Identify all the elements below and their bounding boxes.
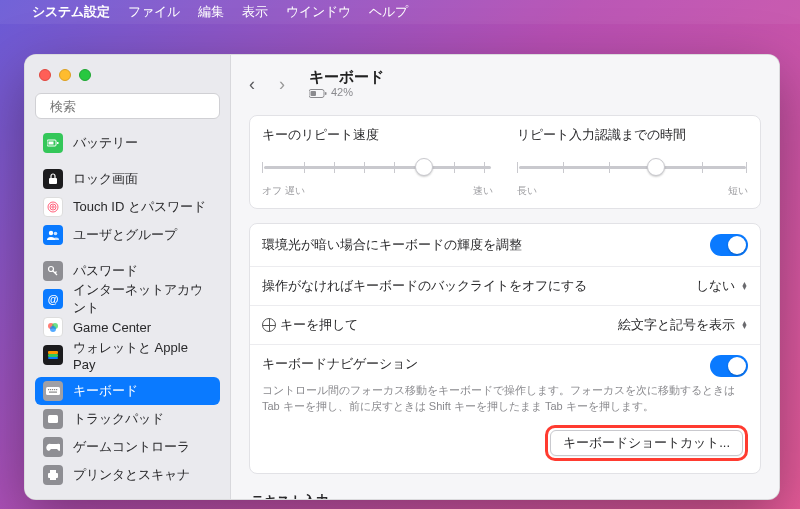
page-title: キーボード [309, 68, 384, 86]
content-header: ‹ › キーボード 42% [231, 55, 779, 105]
battery-status: 42% [309, 86, 384, 99]
svg-rect-28 [48, 415, 58, 423]
sidebar-item-label: ゲームコントローラ [73, 438, 190, 456]
globe-key-select[interactable]: 絵文字と記号を表示 ▲▼ [618, 316, 748, 334]
sidebar-item-label: トラックパッド [73, 410, 164, 428]
backlight-off-select[interactable]: しない ▲▼ [696, 277, 748, 295]
menubar-app-name[interactable]: システム設定 [32, 3, 110, 21]
backlight-off-label: 操作がなければキーボードのバックライトをオフにする [262, 277, 696, 295]
sidebar-item-gamecontroller[interactable]: ゲームコントローラ [35, 433, 220, 461]
sidebar-item-touchid[interactable]: Touch ID とパスワード [35, 193, 220, 221]
svg-rect-31 [50, 477, 56, 480]
sidebar-item-trackpad[interactable]: トラックパッド [35, 405, 220, 433]
chevron-updown-icon: ▲▼ [741, 282, 748, 290]
svg-rect-27 [49, 392, 57, 393]
sidebar-nav: バッテリー ロック画面 Touch ID とパスワード [35, 129, 220, 493]
gamecontroller-icon [43, 437, 63, 457]
sidebar-item-internet-accounts[interactable]: @ インターネットアカウント [35, 285, 220, 313]
svg-point-7 [50, 204, 56, 210]
sidebar-item-label: Game Center [73, 320, 151, 335]
fingerprint-icon [43, 197, 63, 217]
keyboard-nav-toggle[interactable] [710, 355, 748, 377]
minimize-button[interactable] [59, 69, 71, 81]
sidebar-item-lockscreen[interactable]: ロック画面 [35, 165, 220, 193]
forward-button[interactable]: › [279, 74, 297, 95]
keyboard-icon [43, 381, 63, 401]
delay-label: リピート入力認識までの時間 [517, 126, 748, 144]
svg-rect-34 [311, 91, 317, 96]
sidebar-item-label: ユーザとグループ [73, 226, 177, 244]
key-icon [43, 261, 63, 281]
chevron-updown-icon: ▲▼ [741, 321, 748, 329]
globe-key-label: キーを押して [262, 316, 618, 334]
svg-rect-22 [48, 389, 49, 390]
svg-rect-24 [52, 389, 53, 390]
svg-point-10 [54, 232, 58, 236]
close-button[interactable] [39, 69, 51, 81]
sidebar-item-gamecenter[interactable]: Game Center [35, 313, 220, 341]
battery-small-icon [309, 89, 327, 98]
sidebar-item-battery[interactable]: バッテリー [35, 129, 220, 157]
key-repeat-min-label: オフ 遅い [262, 184, 305, 198]
svg-point-6 [48, 202, 58, 212]
ambient-brightness-label: 環境光が暗い場合にキーボードの輝度を調整 [262, 236, 710, 254]
repeat-settings-card: キーのリピート速度 [249, 115, 761, 209]
key-repeat-slider[interactable] [262, 156, 493, 178]
ambient-brightness-toggle[interactable] [710, 234, 748, 256]
settings-window: バッテリー ロック画面 Touch ID とパスワード [24, 54, 780, 500]
trackpad-icon [43, 409, 63, 429]
at-icon: @ [43, 289, 63, 309]
menubar-item-view[interactable]: 表示 [242, 3, 268, 21]
battery-icon [43, 133, 63, 153]
svg-rect-4 [49, 142, 54, 145]
gamecenter-icon [43, 317, 63, 337]
svg-rect-25 [54, 389, 55, 390]
sidebar-item-label: ウォレットと Apple Pay [73, 339, 212, 372]
lock-icon [43, 169, 63, 189]
content-pane: ‹ › キーボード 42% キーのリピート速度 [231, 55, 779, 499]
search-field[interactable] [35, 93, 220, 119]
menubar: システム設定 ファイル 編集 表示 ウインドウ ヘルプ [0, 0, 800, 24]
sidebar-item-users[interactable]: ユーザとグループ [35, 221, 220, 249]
key-repeat-max-label: 速い [473, 184, 493, 198]
delay-slider[interactable] [517, 156, 748, 178]
users-icon [43, 225, 63, 245]
search-input[interactable] [50, 99, 218, 114]
content-scroll[interactable]: キーのリピート速度 [231, 105, 779, 499]
keyboard-options-card: 環境光が暗い場合にキーボードの輝度を調整 操作がなければキーボードのバックライト… [249, 223, 761, 474]
sidebar-item-keyboard[interactable]: キーボード [35, 377, 220, 405]
sidebar-item-label: インターネットアカウント [73, 281, 212, 317]
sidebar-item-printers[interactable]: プリンタとスキャナ [35, 461, 220, 489]
svg-rect-18 [48, 351, 58, 354]
menubar-item-help[interactable]: ヘルプ [369, 3, 408, 21]
svg-rect-5 [49, 178, 57, 184]
delay-max-label: 短い [728, 184, 748, 198]
key-repeat-label: キーのリピート速度 [262, 126, 493, 144]
sidebar-item-label: キーボード [73, 382, 138, 400]
svg-point-9 [49, 231, 53, 235]
highlight-ring: キーボードショートカット... [545, 425, 748, 461]
sidebar-item-label: バッテリー [73, 134, 138, 152]
back-button[interactable]: ‹ [249, 74, 267, 95]
globe-icon [262, 318, 276, 332]
svg-line-13 [55, 272, 57, 274]
svg-rect-19 [48, 354, 58, 357]
text-input-heading: テキスト入力 [249, 488, 761, 499]
menubar-item-file[interactable]: ファイル [128, 3, 180, 21]
printer-icon [43, 465, 63, 485]
svg-rect-33 [325, 92, 327, 95]
svg-rect-20 [48, 357, 58, 359]
svg-point-17 [50, 326, 56, 332]
sidebar-item-wallet[interactable]: ウォレットと Apple Pay [35, 341, 220, 369]
menubar-item-window[interactable]: ウインドウ [286, 3, 351, 21]
svg-rect-3 [57, 142, 59, 144]
svg-rect-26 [56, 389, 57, 390]
zoom-button[interactable] [79, 69, 91, 81]
delay-min-label: 長い [517, 184, 537, 198]
wallet-icon [43, 345, 63, 365]
menubar-item-edit[interactable]: 編集 [198, 3, 224, 21]
sidebar-item-label: Touch ID とパスワード [73, 198, 206, 216]
keyboard-shortcuts-button[interactable]: キーボードショートカット... [550, 430, 743, 456]
svg-rect-21 [46, 387, 60, 395]
svg-text:@: @ [48, 293, 59, 305]
